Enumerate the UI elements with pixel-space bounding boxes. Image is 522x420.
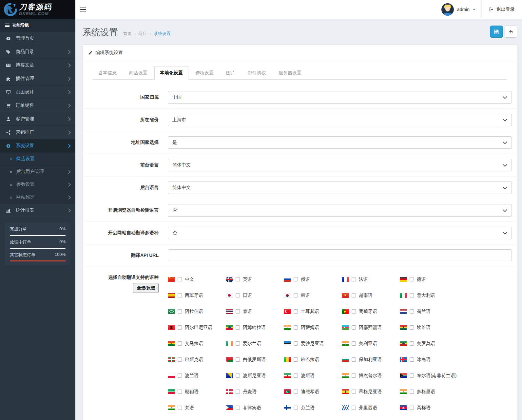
sidebar-item-reports[interactable]: 统计报表: [0, 204, 75, 217]
sidebar-item-design[interactable]: 页面设计: [0, 86, 75, 99]
sidebar-item-orders[interactable]: 订单销售: [0, 99, 75, 112]
frontend-language-select[interactable]: 简体中文: [168, 159, 512, 171]
language-checkbox[interactable]: [178, 373, 182, 378]
select-value: 中国: [172, 94, 182, 100]
language-checkbox[interactable]: [294, 390, 298, 394]
sidebar-subitem-admin-users[interactable]: 后台用户管理: [0, 165, 75, 178]
language-checkbox[interactable]: [352, 373, 356, 378]
breadcrumb-item[interactable]: 商店: [132, 31, 147, 37]
province-select[interactable]: 上海市: [168, 114, 512, 126]
sidebar-item-customers[interactable]: 客户管理: [0, 112, 75, 126]
select-arrow-icon: [503, 117, 507, 122]
tab-store[interactable]: 商店设置: [124, 67, 153, 80]
language-checkbox[interactable]: [236, 373, 240, 378]
auto-translate-select[interactable]: 否: [168, 227, 512, 239]
language-checkbox[interactable]: [410, 341, 414, 346]
language-checkbox[interactable]: [352, 406, 356, 410]
sidebar-toggle-button[interactable]: [75, 0, 90, 19]
language-checkbox[interactable]: [410, 325, 414, 330]
language-checkbox[interactable]: [236, 277, 240, 281]
flag-ee-icon: [284, 341, 291, 346]
language-checkbox[interactable]: [352, 357, 356, 362]
sidebar-subitem-parameters[interactable]: 参数设置: [0, 178, 75, 191]
language-checkbox[interactable]: [352, 390, 356, 394]
language-label: 奥利亚语: [359, 341, 377, 347]
tab-mail[interactable]: 邮件协议: [242, 67, 272, 80]
language-option: 阿萨姆语: [284, 325, 342, 331]
language-checkbox[interactable]: [410, 293, 414, 297]
language-checkbox[interactable]: [294, 357, 298, 362]
language-checkbox[interactable]: [236, 325, 240, 330]
sidebar-item-home[interactable]: 管理首页: [0, 32, 75, 45]
country-select[interactable]: 中国: [168, 91, 512, 104]
sidebar-subitem-maintenance[interactable]: 网站维护: [0, 191, 75, 204]
user-menu[interactable]: admin: [435, 0, 481, 19]
sidebar-nav-header: 功能导航: [0, 19, 75, 32]
language-option: 波兰语: [168, 373, 226, 379]
language-checkbox[interactable]: [236, 341, 240, 346]
language-checkbox[interactable]: [178, 309, 182, 314]
breadcrumb-item[interactable]: 首页: [123, 31, 132, 37]
language-label: 波斯尼亚语: [243, 373, 266, 379]
tab-server[interactable]: 服务器设置: [273, 67, 307, 80]
language-checkbox[interactable]: [352, 325, 356, 330]
language-checkbox[interactable]: [410, 277, 414, 281]
language-checkbox[interactable]: [178, 341, 182, 346]
language-checkbox[interactable]: [236, 390, 240, 394]
translate-api-url-input[interactable]: [168, 249, 512, 261]
language-checkbox[interactable]: [236, 293, 240, 297]
language-checkbox[interactable]: [294, 341, 298, 346]
sidebar-item-settings[interactable]: 系统设置: [0, 139, 75, 153]
sidebar-item-blog[interactable]: 博客文章: [0, 59, 75, 72]
sidebar-item-catalog[interactable]: 商品目录: [0, 45, 75, 59]
logout-button[interactable]: 退出登录: [481, 0, 522, 19]
language-checkbox[interactable]: [410, 406, 414, 410]
language-checkbox[interactable]: [410, 309, 414, 314]
language-checkbox[interactable]: [236, 406, 240, 410]
language-option: 迪维希语: [284, 389, 342, 395]
language-checkbox[interactable]: [178, 293, 182, 297]
select-all-toggle-button[interactable]: 全选/反选: [133, 283, 159, 293]
language-checkbox[interactable]: [352, 277, 356, 281]
tab-image[interactable]: 图片: [221, 67, 241, 80]
language-checkbox[interactable]: [294, 309, 298, 314]
brand-logo[interactable]: 刀客源码 DKEWL.COM: [0, 0, 75, 19]
language-checkbox[interactable]: [236, 309, 240, 314]
language-checkbox[interactable]: [294, 325, 298, 330]
language-checkbox[interactable]: [236, 357, 240, 362]
language-checkbox[interactable]: [294, 277, 298, 281]
flag-al-icon: [168, 325, 175, 330]
sidebar-item-marketing[interactable]: 营销推广: [0, 126, 75, 139]
backend-language-select[interactable]: 简体中文: [168, 181, 512, 194]
back-button[interactable]: [505, 26, 517, 38]
flag-in-icon: [400, 389, 407, 394]
sidebar-subitem-store-settings[interactable]: 网店设置: [0, 153, 75, 165]
language-checkbox[interactable]: [178, 406, 182, 410]
language-option: 艾马拉语: [168, 341, 226, 347]
language-checkbox[interactable]: [410, 373, 414, 378]
sidebar-item-plugins[interactable]: 插件管理: [0, 72, 75, 86]
language-checkbox[interactable]: [352, 293, 356, 297]
flag-cn-icon: [168, 277, 175, 282]
field-label: 前台语言: [140, 159, 159, 168]
language-grid: 中文英语俄语法语德语西班牙语日语韩语越南语意大利语阿拉伯语泰语土耳其语葡萄牙语荷…: [168, 271, 512, 416]
tab-localization[interactable]: 本地化设置: [154, 67, 188, 80]
tab-basic[interactable]: 基本信息: [93, 67, 122, 80]
browser-detect-language-select[interactable]: 否: [168, 204, 512, 217]
language-checkbox[interactable]: [178, 325, 182, 330]
language-checkbox[interactable]: [294, 373, 298, 378]
select-value: 上海市: [172, 117, 186, 123]
language-checkbox[interactable]: [178, 277, 182, 281]
language-checkbox[interactable]: [178, 357, 182, 362]
language-checkbox[interactable]: [410, 357, 414, 362]
language-label: 多格里语: [417, 389, 435, 395]
language-checkbox[interactable]: [178, 390, 182, 394]
language-checkbox[interactable]: [294, 293, 298, 297]
language-checkbox[interactable]: [294, 406, 298, 410]
language-checkbox[interactable]: [410, 390, 414, 394]
language-checkbox[interactable]: [352, 309, 356, 314]
language-checkbox[interactable]: [352, 341, 356, 346]
address-country-select[interactable]: 是: [168, 136, 512, 149]
tab-options[interactable]: 选项设置: [190, 67, 219, 80]
save-button[interactable]: [490, 26, 503, 38]
